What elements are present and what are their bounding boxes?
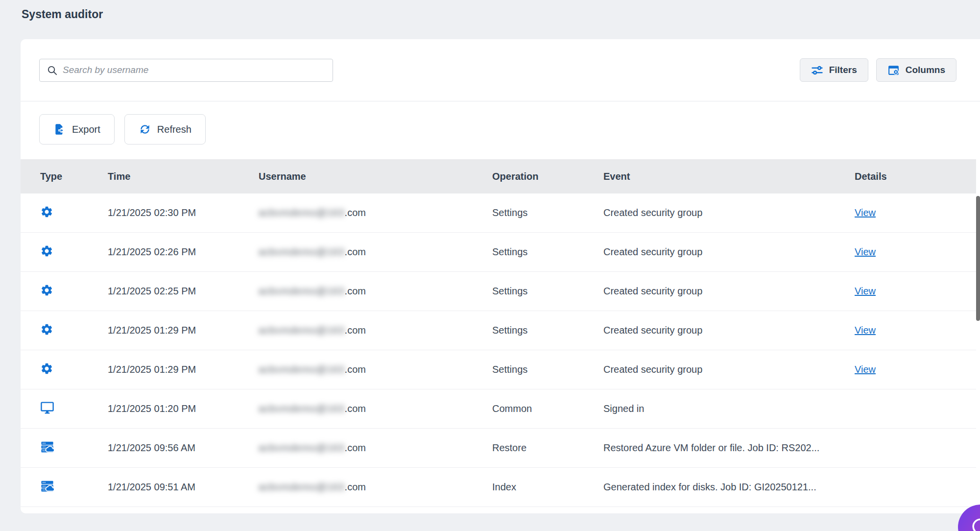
row-time: 1/21/2025 01:20 PM [108, 403, 259, 414]
vertical-scrollbar-track[interactable] [976, 194, 980, 513]
row-event: Created security group [603, 364, 855, 375]
gear-icon [40, 284, 53, 297]
row-operation: Settings [492, 286, 603, 297]
table-row: 1/21/2025 09:56 AM acbvmdemo@163.com Res… [21, 429, 976, 468]
view-details-link[interactable]: View [855, 207, 876, 218]
column-header-details: Details [855, 171, 976, 182]
column-header-time: Time [108, 171, 259, 182]
server-cloud-icon [40, 440, 54, 454]
column-header-event: Event [603, 171, 855, 182]
columns-button[interactable]: Columns [876, 58, 956, 82]
gear-icon [40, 244, 53, 258]
filters-icon [811, 64, 823, 76]
export-button-label: Export [72, 124, 100, 135]
row-username-redacted: acbvmdemo@163 [259, 360, 345, 379]
row-username-redacted: acbvmdemo@163 [259, 438, 345, 458]
row-time: 1/21/2025 02:30 PM [108, 207, 259, 218]
table-row: 1/21/2025 09:51 AM acbvmdemo@163.com Ind… [21, 468, 976, 507]
search-icon [47, 65, 58, 76]
row-event: Restored Azure VM folder or file. Job ID… [603, 442, 855, 454]
server-cloud-icon [40, 479, 54, 493]
table-row: 1/21/2025 01:20 PM acbvmdemo@163.com Com… [21, 389, 976, 429]
refresh-button-label: Refresh [157, 124, 191, 135]
search-box[interactable] [39, 59, 333, 82]
row-username-suffix: .com [345, 246, 366, 258]
column-header-operation: Operation [492, 171, 603, 182]
export-icon [53, 123, 66, 136]
toolbar-actions: Filters Columns [800, 58, 956, 82]
row-operation: Settings [492, 207, 603, 218]
row-time: 1/21/2025 09:56 AM [108, 442, 259, 454]
table-row: 1/21/2025 02:30 PM acbvmdemo@163.com Set… [21, 193, 976, 233]
row-operation: Settings [492, 325, 603, 336]
page-title: System auditor [22, 8, 103, 21]
row-username: acbvmdemo@163.com [259, 203, 492, 222]
gear-icon [40, 362, 53, 375]
row-username: acbvmdemo@163.com [259, 360, 492, 379]
filters-button-label: Filters [829, 65, 857, 75]
search-input[interactable] [63, 65, 326, 75]
gear-icon [40, 205, 53, 218]
row-event: Generated index for disks. Job ID: GI202… [603, 482, 855, 493]
row-username-redacted: acbvmdemo@163 [259, 282, 345, 301]
row-time: 1/21/2025 01:29 PM [108, 364, 259, 375]
row-username-suffix: .com [345, 403, 366, 414]
row-username-suffix: .com [345, 442, 366, 454]
row-operation: Index [492, 482, 603, 493]
row-username-suffix: .com [345, 482, 366, 493]
export-button[interactable]: Export [39, 114, 115, 145]
row-username: acbvmdemo@163.com [259, 399, 492, 418]
row-event: Created security group [603, 246, 855, 258]
row-event: Created security group [603, 286, 855, 297]
row-username: acbvmdemo@163.com [259, 242, 492, 262]
table-row: 1/21/2025 02:25 PM acbvmdemo@163.com Set… [21, 272, 976, 311]
table-header: Type Time Username Operation Event Detai… [21, 159, 976, 193]
row-username-suffix: .com [345, 207, 366, 218]
column-header-type: Type [21, 171, 108, 182]
row-operation: Common [492, 403, 603, 414]
view-details-link[interactable]: View [855, 325, 876, 336]
row-username-suffix: .com [345, 325, 366, 336]
row-username: acbvmdemo@163.com [259, 321, 492, 340]
row-username-redacted: acbvmdemo@163 [259, 203, 345, 222]
row-operation: Settings [492, 364, 603, 375]
monitor-icon [40, 401, 54, 415]
row-username-suffix: .com [345, 286, 366, 297]
table-body: 1/21/2025 02:30 PM acbvmdemo@163.com Set… [21, 193, 976, 507]
top-toolbar: Filters Columns [21, 39, 980, 101]
refresh-icon [139, 123, 151, 136]
refresh-button[interactable]: Refresh [124, 114, 206, 145]
columns-icon [887, 64, 900, 76]
row-username-redacted: acbvmdemo@163 [259, 242, 345, 262]
table-row: 1/21/2025 01:29 PM acbvmdemo@163.com Set… [21, 311, 976, 350]
table-row: 1/21/2025 01:29 PM acbvmdemo@163.com Set… [21, 350, 976, 389]
table-row: 1/21/2025 02:26 PM acbvmdemo@163.com Set… [21, 233, 976, 272]
gear-icon [40, 323, 53, 336]
row-username: acbvmdemo@163.com [259, 282, 492, 301]
chat-bubble-icon [970, 517, 980, 531]
auditor-card: Filters Columns Export Refresh Type Time… [21, 39, 980, 513]
columns-button-label: Columns [906, 65, 945, 75]
row-username-redacted: acbvmdemo@163 [259, 399, 345, 418]
actions-toolbar: Export Refresh [21, 101, 980, 159]
view-details-link[interactable]: View [855, 286, 876, 296]
row-event: Created security group [603, 207, 855, 218]
row-time: 1/21/2025 02:25 PM [108, 286, 259, 297]
vertical-scrollbar-thumb[interactable] [976, 196, 980, 321]
row-operation: Restore [492, 442, 603, 454]
audit-table: Type Time Username Operation Event Detai… [21, 159, 976, 507]
row-time: 1/21/2025 01:29 PM [108, 325, 259, 336]
row-event: Created security group [603, 325, 855, 336]
row-username-suffix: .com [345, 364, 366, 375]
row-username-redacted: acbvmdemo@163 [259, 321, 345, 340]
row-time: 1/21/2025 02:26 PM [108, 246, 259, 258]
row-username: acbvmdemo@163.com [259, 478, 492, 497]
filters-button[interactable]: Filters [800, 58, 868, 82]
column-header-username: Username [259, 171, 492, 182]
row-username: acbvmdemo@163.com [259, 438, 492, 458]
view-details-link[interactable]: View [855, 246, 876, 257]
view-details-link[interactable]: View [855, 364, 876, 375]
row-username-redacted: acbvmdemo@163 [259, 478, 345, 497]
row-operation: Settings [492, 246, 603, 258]
row-time: 1/21/2025 09:51 AM [108, 482, 259, 493]
